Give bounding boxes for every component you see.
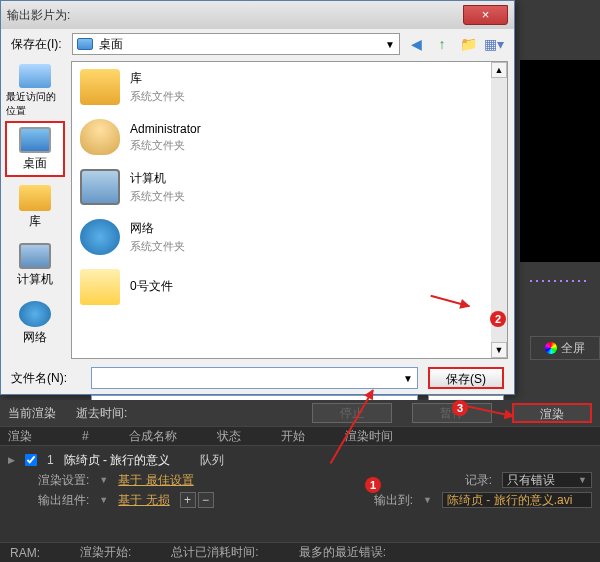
dialog-body: 最近访问的位置 桌面 库 计算机 网络 库系统文件夹 Administrator… [1, 59, 514, 361]
item-name: 库 [130, 70, 185, 87]
stop-button[interactable]: 停止 [312, 403, 392, 423]
place-label: 最近访问的位置 [6, 90, 64, 118]
list-item[interactable]: 网络系统文件夹 [72, 212, 507, 262]
minus-button[interactable]: − [198, 492, 214, 508]
output-module-link[interactable]: 基于 无损 [118, 492, 169, 509]
preview-area [520, 60, 600, 262]
list-item[interactable]: Administrator系统文件夹 [72, 112, 507, 162]
annotation-badge-1: 1 [365, 477, 381, 493]
output-to-label: 输出到: [374, 492, 413, 509]
user-icon [80, 119, 120, 155]
expand-icon[interactable]: ▶ [8, 455, 15, 465]
log-value: 只有错误 [507, 472, 555, 489]
output-module-label: 输出组件: [38, 492, 89, 509]
close-button[interactable]: × [463, 5, 508, 25]
place-desktop[interactable]: 桌面 [5, 121, 65, 177]
queue-num: 1 [47, 453, 54, 467]
annotation-badge-2: 2 [490, 311, 506, 327]
library-icon [19, 185, 51, 211]
status-bar: RAM: 渲染开始: 总计已消耗时间: 最多的最近错误: [0, 542, 600, 562]
log-label: 记录: [465, 472, 492, 489]
output-to-link[interactable]: 陈绮贞 - 旅行的意义.avi [442, 492, 592, 508]
render-button[interactable]: 渲染 [512, 403, 592, 423]
timeline-dots [530, 280, 590, 282]
network-icon [80, 219, 120, 255]
back-icon[interactable]: ◀ [406, 34, 426, 54]
savein-label: 保存在(I): [11, 36, 62, 53]
plus-minus: +− [180, 492, 214, 508]
scroll-up-icon[interactable]: ▲ [491, 62, 507, 78]
folder-icon [80, 69, 120, 105]
chevron-down-icon: ▼ [385, 39, 395, 50]
fullscreen-button[interactable]: 全屏 [530, 336, 600, 360]
annotation-badge-3: 3 [452, 400, 468, 416]
list-item[interactable]: 库系统文件夹 [72, 62, 507, 112]
newfolder-icon[interactable]: 📁 [458, 34, 478, 54]
fullscreen-label: 全屏 [561, 340, 585, 357]
col-start: 开始 [281, 428, 305, 445]
views-icon[interactable]: ▦▾ [484, 34, 504, 54]
col-comp: 合成名称 [129, 428, 177, 445]
col-status: 状态 [217, 428, 241, 445]
total-label: 总计已消耗时间: [171, 544, 258, 561]
computer-icon [80, 169, 120, 205]
place-label: 计算机 [17, 271, 53, 288]
desktop-icon [19, 127, 51, 153]
color-icon [545, 342, 557, 354]
render-settings-label: 渲染设置: [38, 472, 89, 489]
place-libraries[interactable]: 库 [5, 179, 65, 235]
save-dialog: 输出影片为: × 保存在(I): 桌面 ▼ ◀ ↑ 📁 ▦▾ 最近访问的位置 桌… [0, 0, 515, 395]
output-to-value: 陈绮贞 - 旅行的意义.avi [447, 492, 572, 509]
location-combo[interactable]: 桌面 ▼ [72, 33, 400, 55]
recent-icon [19, 64, 51, 88]
place-label: 库 [29, 213, 41, 230]
filename-label: 文件名(N): [11, 370, 81, 387]
item-name: 0号文件 [130, 278, 173, 295]
place-network[interactable]: 网络 [5, 295, 65, 351]
item-sub: 系统文件夹 [130, 89, 185, 104]
folder-icon [80, 269, 120, 305]
item-name: Administrator [130, 122, 201, 136]
item-name: 网络 [130, 220, 185, 237]
columns-header: 渲染 # 合成名称 状态 开始 渲染时间 [0, 426, 600, 446]
start-label: 渲染开始: [80, 544, 131, 561]
queue-item[interactable]: ▶ 1 陈绮贞 - 旅行的意义 队列 [8, 450, 592, 470]
col-time: 渲染时间 [345, 428, 393, 445]
save-button[interactable]: 保存(S) [428, 367, 504, 389]
item-sub: 系统文件夹 [130, 239, 185, 254]
file-list[interactable]: 库系统文件夹 Administrator系统文件夹 计算机系统文件夹 网络系统文… [71, 61, 508, 359]
desktop-icon [77, 38, 93, 50]
location-text: 桌面 [99, 36, 123, 53]
queue-comp: 陈绮贞 - 旅行的意义 [64, 452, 171, 469]
toolbar: 保存在(I): 桌面 ▼ ◀ ↑ 📁 ▦▾ [1, 29, 514, 59]
list-item[interactable]: 计算机系统文件夹 [72, 162, 507, 212]
item-name: 计算机 [130, 170, 185, 187]
ram-label: RAM: [10, 546, 40, 560]
scroll-down-icon[interactable]: ▼ [491, 342, 507, 358]
queue-status: 队列 [200, 452, 224, 469]
render-panel: 当前渲染 逝去时间: 停止 暂停 渲染 渲染 # 合成名称 状态 开始 渲染时间… [0, 400, 600, 562]
titlebar[interactable]: 输出影片为: × [1, 1, 514, 29]
log-combo[interactable]: 只有错误▼ [502, 472, 592, 488]
render-queue: ▶ 1 陈绮贞 - 旅行的意义 队列 渲染设置: ▼ 基于 最佳设置 记录: 只… [0, 446, 600, 514]
item-sub: 系统文件夹 [130, 189, 185, 204]
place-recent[interactable]: 最近访问的位置 [5, 63, 65, 119]
list-item[interactable]: 0号文件 [72, 262, 507, 312]
render-settings-link[interactable]: 基于 最佳设置 [118, 472, 193, 489]
place-computer[interactable]: 计算机 [5, 237, 65, 293]
render-bar: 当前渲染 逝去时间: 停止 暂停 渲染 [0, 400, 600, 426]
errors-label: 最多的最近错误: [299, 544, 386, 561]
computer-icon [19, 243, 51, 269]
filename-input[interactable]: 陈绮贞 - 旅行的意义.avi▼ [91, 367, 418, 389]
current-render-label: 当前渲染 [8, 405, 56, 422]
plus-button[interactable]: + [180, 492, 196, 508]
chevron-down-icon: ▼ [403, 373, 413, 384]
up-icon[interactable]: ↑ [432, 34, 452, 54]
places-bar: 最近访问的位置 桌面 库 计算机 网络 [1, 59, 69, 361]
place-label: 桌面 [23, 155, 47, 172]
col-render: 渲染 [8, 428, 32, 445]
filename-value: 陈绮贞 - 旅行的意义.avi [96, 370, 225, 387]
queue-checkbox[interactable] [25, 454, 37, 466]
network-icon [19, 301, 51, 327]
place-label: 网络 [23, 329, 47, 346]
